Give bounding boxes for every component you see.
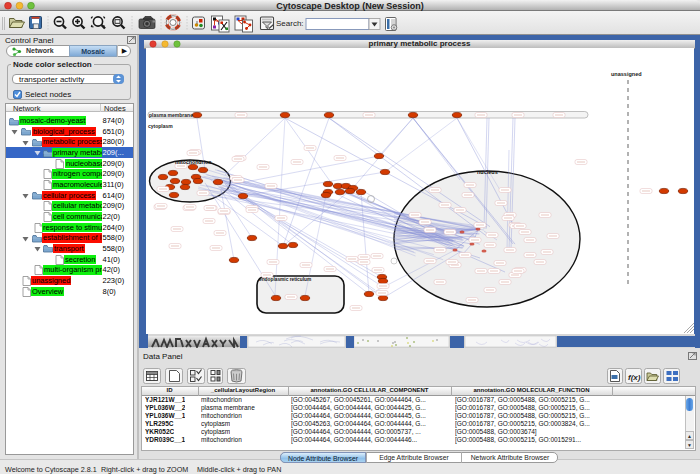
svg-text:unassigned: unassigned (611, 71, 642, 77)
svg-text:plasma membrane: plasma membrane (149, 112, 193, 118)
svg-text:cytoplasm: cytoplasm (148, 123, 173, 129)
svg-text:f(x): f(x) (628, 373, 641, 382)
svg-text:Search:: Search: (276, 19, 304, 28)
svg-text:nucleus: nucleus (477, 169, 498, 175)
svg-text:mitochondrion: mitochondrion (175, 159, 211, 165)
svg-text:endoplasmic reticulum: endoplasmic reticulum (259, 277, 311, 282)
